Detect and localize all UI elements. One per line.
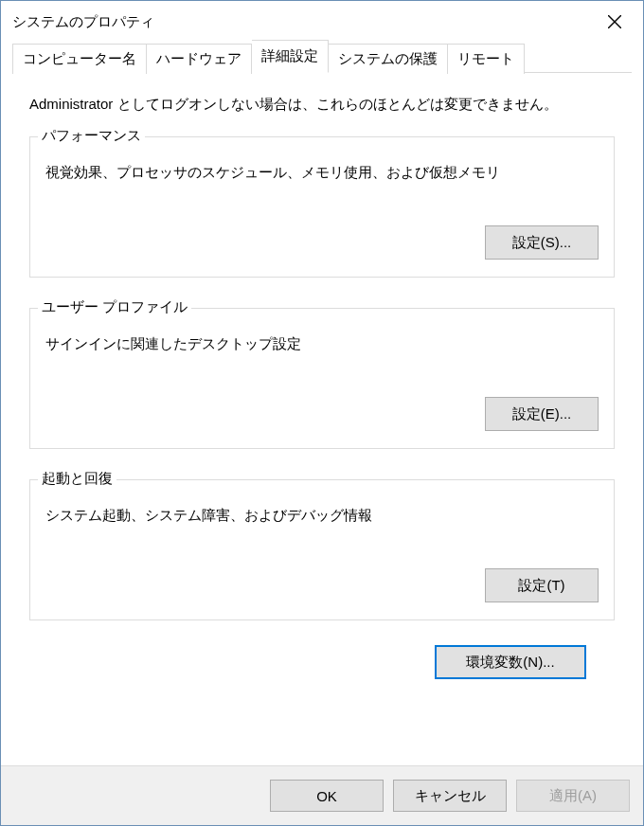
tab-hardware[interactable]: ハードウェア bbox=[147, 44, 252, 74]
group-user-profiles-desc: サインインに関連したデスクトップ設定 bbox=[45, 335, 599, 353]
tab-advanced[interactable]: 詳細設定 bbox=[252, 40, 329, 73]
group-startup-recovery: 起動と回復 システム起動、システム障害、およびデバッグ情報 設定(T) bbox=[29, 479, 615, 620]
group-performance: パフォーマンス 視覚効果、プロセッサのスケジュール、メモリ使用、および仮想メモリ… bbox=[29, 136, 615, 278]
intro-text: Administrator としてログオンしない場合は、これらのほとんどは変更で… bbox=[29, 96, 615, 114]
cancel-button[interactable]: キャンセル bbox=[393, 780, 507, 812]
group-user-profiles: ユーザー プロファイル サインインに関連したデスクトップ設定 設定(E)... bbox=[29, 308, 615, 449]
tab-computer-name[interactable]: コンピューター名 bbox=[12, 44, 147, 74]
performance-settings-button[interactable]: 設定(S)... bbox=[485, 225, 599, 260]
tab-system-protection[interactable]: システムの保護 bbox=[329, 44, 448, 74]
tab-content: Administrator としてログオンしない場合は、これらのほとんどは変更で… bbox=[1, 73, 643, 765]
titlebar: システムのプロパティ bbox=[1, 1, 643, 43]
window-title: システムのプロパティ bbox=[12, 13, 154, 31]
group-performance-desc: 視覚効果、プロセッサのスケジュール、メモリ使用、および仮想メモリ bbox=[45, 164, 599, 182]
close-icon bbox=[608, 15, 621, 28]
tab-remote[interactable]: リモート bbox=[448, 44, 525, 74]
ok-button[interactable]: OK bbox=[270, 780, 384, 812]
group-performance-legend: パフォーマンス bbox=[38, 127, 145, 145]
group-startup-recovery-desc: システム起動、システム障害、およびデバッグ情報 bbox=[45, 507, 599, 525]
environment-variables-button[interactable]: 環境変数(N)... bbox=[435, 645, 586, 679]
group-user-profiles-legend: ユーザー プロファイル bbox=[38, 298, 191, 316]
user-profiles-settings-button[interactable]: 設定(E)... bbox=[485, 397, 599, 431]
group-startup-recovery-legend: 起動と回復 bbox=[38, 470, 116, 488]
tabstrip: コンピューター名 ハードウェア 詳細設定 システムの保護 リモート bbox=[1, 43, 643, 73]
startup-recovery-settings-button[interactable]: 設定(T) bbox=[485, 568, 599, 602]
apply-button[interactable]: 適用(A) bbox=[516, 780, 630, 812]
dialog-footer: OK キャンセル 適用(A) bbox=[1, 765, 643, 825]
system-properties-window: システムのプロパティ コンピューター名 ハードウェア 詳細設定 システムの保護 … bbox=[0, 0, 644, 826]
close-button[interactable] bbox=[586, 1, 643, 43]
